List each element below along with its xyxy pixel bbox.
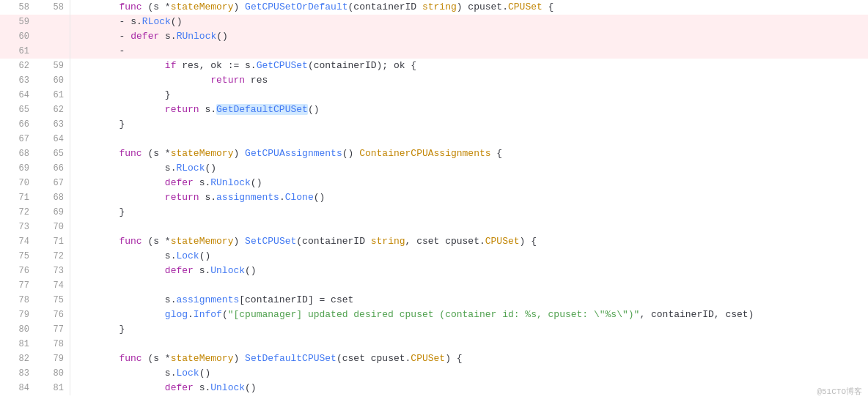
line-num-old: 73 [0, 220, 35, 234]
code-line-content: func (s *stateMemory) GetCPUSetOrDefault… [70, 0, 868, 15]
code-line-content: -s.RLock() [70, 15, 868, 29]
line-num-new: 61 [35, 88, 70, 103]
code-row: 6562 return s.GetDefaultCPUSet() [0, 103, 868, 117]
line-num-new: 81 [35, 381, 70, 395]
line-num-old: 76 [0, 264, 35, 278]
code-row: 5858 func (s *stateMemory) GetCPUSetOrDe… [0, 0, 868, 15]
line-num-new: 79 [35, 351, 70, 366]
line-num-new: 66 [35, 161, 70, 176]
line-num-new: 63 [35, 117, 70, 132]
code-row: 7168 return s.assignments.Clone() [0, 190, 868, 205]
code-line-content [70, 337, 868, 351]
code-row: 6360 return res [0, 73, 868, 88]
line-num-old: 77 [0, 278, 35, 293]
line-num-old: 59 [0, 15, 35, 29]
line-num-new: 65 [35, 146, 70, 161]
code-lines: 5858 func (s *stateMemory) GetCPUSetOrDe… [0, 0, 868, 395]
line-num-old: 58 [0, 0, 35, 15]
line-num-old: 80 [0, 322, 35, 337]
code-line-content: return res [70, 73, 868, 88]
code-row: 7774 [0, 278, 868, 293]
code-line-content: func (s *stateMemory) SetCPUSet(containe… [70, 234, 868, 249]
line-num-new: 58 [35, 0, 70, 15]
code-row: 6663 } [0, 117, 868, 132]
code-row: 60 -defer s.RUnlock() [0, 29, 868, 44]
line-num-old: 68 [0, 146, 35, 161]
line-num-old: 82 [0, 351, 35, 366]
code-row: 7370 [0, 220, 868, 234]
line-num-new: 67 [35, 176, 70, 190]
line-num-new: 70 [35, 220, 70, 234]
code-row: 7875 s.assignments[containerID] = cset [0, 293, 868, 308]
line-num-old: 62 [0, 59, 35, 73]
code-line-content: } [70, 322, 868, 337]
code-row: 8380 s.Lock() [0, 366, 868, 381]
line-num-old: 79 [0, 308, 35, 322]
line-num-old: 70 [0, 176, 35, 190]
line-num-new: 60 [35, 73, 70, 88]
code-line-content: s.assignments[containerID] = cset [70, 293, 868, 308]
code-row: 6966 s.RLock() [0, 161, 868, 176]
code-line-content: defer s.Unlock() [70, 264, 868, 278]
code-row: 59 -s.RLock() [0, 15, 868, 29]
code-row: 6259 if res, ok := s.GetCPUSet(container… [0, 59, 868, 73]
code-line-content: defer s.Unlock() [70, 381, 868, 395]
code-line-content: func (s *stateMemory) SetDefaultCPUSet(c… [70, 351, 868, 366]
code-row: 7471 func (s *stateMemory) SetCPUSet(con… [0, 234, 868, 249]
line-num-new: 62 [35, 103, 70, 117]
code-line-content: return s.assignments.Clone() [70, 190, 868, 205]
line-num-new [35, 15, 70, 29]
line-num-new: 64 [35, 132, 70, 146]
line-num-old: 74 [0, 234, 35, 249]
line-num-old: 69 [0, 161, 35, 176]
line-num-old: 84 [0, 381, 35, 395]
line-num-new [35, 29, 70, 44]
code-line-content: } [70, 117, 868, 132]
code-line-content: if res, ok := s.GetCPUSet(containerID); … [70, 59, 868, 73]
code-row: 7976 glog.Infof("[cpumanager] updated de… [0, 308, 868, 322]
line-num-old: 67 [0, 132, 35, 146]
line-num-old: 64 [0, 88, 35, 103]
code-row: 8481 defer s.Unlock() [0, 381, 868, 395]
code-row: 7269 } [0, 205, 868, 220]
line-num-new: 69 [35, 205, 70, 220]
line-num-old: 65 [0, 103, 35, 117]
line-num-old: 60 [0, 29, 35, 44]
code-line-content [70, 132, 868, 146]
code-line-content: s.Lock() [70, 366, 868, 381]
line-num-new: 59 [35, 59, 70, 73]
code-row: 61 - [0, 44, 868, 59]
line-num-new [35, 44, 70, 59]
line-num-old: 78 [0, 293, 35, 308]
line-num-new: 71 [35, 234, 70, 249]
line-num-new: 73 [35, 264, 70, 278]
line-num-old: 75 [0, 249, 35, 264]
code-row: 7067 defer s.RUnlock() [0, 176, 868, 190]
code-line-content [70, 220, 868, 234]
code-row: 6865 func (s *stateMemory) GetCPUAssignm… [0, 146, 868, 161]
code-line-content: defer s.RUnlock() [70, 176, 868, 190]
line-num-old: 72 [0, 205, 35, 220]
line-num-new: 76 [35, 308, 70, 322]
code-line-content: s.Lock() [70, 249, 868, 264]
line-num-new: 72 [35, 249, 70, 264]
watermark: @51CTO博客 [817, 384, 862, 399]
line-num-new: 75 [35, 293, 70, 308]
code-line-content: } [70, 205, 868, 220]
code-line-content: } [70, 88, 868, 103]
line-num-new: 68 [35, 190, 70, 205]
code-line-content: - [70, 44, 868, 59]
code-line-content: func (s *stateMemory) GetCPUAssignments(… [70, 146, 868, 161]
line-num-new: 77 [35, 322, 70, 337]
code-row: 6764 [0, 132, 868, 146]
code-line-content: -defer s.RUnlock() [70, 29, 868, 44]
code-row: 8279 func (s *stateMemory) SetDefaultCPU… [0, 351, 868, 366]
line-num-old: 81 [0, 337, 35, 351]
code-row: 7673 defer s.Unlock() [0, 264, 868, 278]
code-line-content: return s.GetDefaultCPUSet() [70, 103, 868, 117]
line-num-new: 74 [35, 278, 70, 293]
line-num-new: 78 [35, 337, 70, 351]
code-line-content [70, 278, 868, 293]
code-row: 8077 } [0, 322, 868, 337]
line-num-old: 63 [0, 73, 35, 88]
